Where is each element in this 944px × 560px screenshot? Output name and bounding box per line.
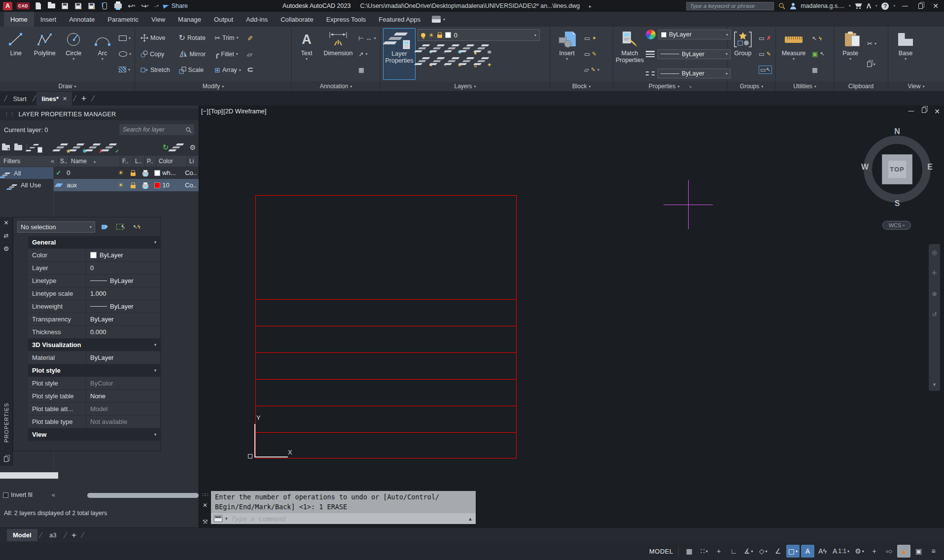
move-tool[interactable]: Move	[140, 33, 171, 43]
block-panel-label[interactable]: Block▾	[550, 81, 613, 91]
restore-window-button[interactable]	[915, 1, 926, 11]
layer-row-0[interactable]: ✓0☀wh...Co..	[54, 167, 199, 179]
compass-north[interactable]: N	[860, 127, 934, 136]
quick-select-icon[interactable]: ↖ϟ	[131, 222, 142, 232]
command-input-row[interactable]: ▾ ▲	[211, 513, 476, 524]
new-file-button[interactable]	[34, 1, 43, 10]
annotation-monitor[interactable]: +	[868, 545, 881, 558]
polyline-tool[interactable]: Polyline	[32, 28, 59, 80]
property-linetype-scale[interactable]: Linetype scale1.000	[28, 287, 160, 300]
navigation-bar[interactable]: ◎ ✛ ⊕ ↺ ▾	[929, 244, 940, 391]
layer-search-box[interactable]	[119, 124, 194, 135]
object-snap[interactable]: ▢▾	[786, 545, 800, 558]
edit-attributes-tool[interactable]: ▱✎▾	[583, 64, 600, 75]
explode-tool[interactable]: ▱	[246, 49, 253, 60]
layer-unlock-icon[interactable]: ▯	[463, 57, 475, 66]
plot-button[interactable]	[114, 1, 123, 10]
filters-scrollbar[interactable]	[0, 472, 58, 479]
property-material[interactable]: MaterialByLayer	[28, 351, 160, 364]
zoom-icon[interactable]: ⊕	[932, 290, 937, 297]
undo-button[interactable]: ↩▾	[127, 1, 136, 10]
grid-display[interactable]: ▦	[683, 545, 696, 558]
column-header-l[interactable]: L..	[133, 156, 145, 167]
layer-on-icon[interactable]: ●	[419, 57, 431, 66]
graphics-performance[interactable]: ▲	[897, 545, 910, 558]
layout-tab-model[interactable]: Model	[7, 529, 37, 541]
ribbon-tab-home[interactable]: Home	[4, 12, 34, 27]
ellipse-tool[interactable]: ▾	[118, 49, 132, 60]
command-close-icon[interactable]: ✕	[203, 502, 208, 509]
new-group-filter-icon[interactable]	[14, 145, 22, 150]
nav-more-icon[interactable]: ▾	[933, 381, 936, 388]
dynamic-input[interactable]: +	[712, 545, 726, 558]
invert-filter-control[interactable]: Invert fil «	[0, 490, 58, 500]
palette-book-icon[interactable]	[4, 456, 8, 462]
viewcube-top-face[interactable]: TOP	[882, 154, 912, 184]
filter-all[interactable]: All	[0, 167, 53, 179]
create-block-tool[interactable]: ▭✦	[583, 33, 597, 44]
lpm-settings-icon[interactable]: ⚙	[189, 143, 196, 151]
layer-search-icon[interactable]	[185, 127, 192, 133]
clean-screen[interactable]: ▣	[912, 545, 925, 558]
ungroup-tool[interactable]: ▭✗	[758, 33, 772, 44]
expand-invert-icon[interactable]: «	[52, 491, 55, 498]
rectangle-tool[interactable]: ▾	[118, 33, 132, 44]
property-plot-style-table[interactable]: Plot style tableNone	[28, 390, 160, 403]
column-header-color[interactable]: Color	[157, 156, 187, 167]
stretch-tool[interactable]: Stretch	[140, 65, 171, 75]
collapse-filters-icon[interactable]: «	[51, 158, 54, 165]
command-input[interactable]	[231, 515, 465, 523]
save-button[interactable]	[61, 1, 70, 10]
lineweight-dropdown[interactable]: ByLayer ▾	[658, 49, 731, 59]
property-lineweight[interactable]: LineweightByLayer	[28, 300, 160, 313]
utilities-panel-label[interactable]: Utilities▾	[776, 81, 834, 91]
column-header-name[interactable]: Name ▴	[69, 156, 120, 167]
group-selection-toggle[interactable]: ▭↖	[758, 64, 773, 75]
properties-panel-label[interactable]: Properties▾↘	[613, 81, 727, 91]
trim-tool[interactable]: ✂Trim▾	[213, 33, 242, 43]
drawn-line[interactable]	[255, 352, 517, 353]
ribbon-tab-output[interactable]: Output	[208, 12, 240, 27]
layer-properties-button[interactable]: Layer Properties	[383, 28, 416, 80]
mirror-tool[interactable]: Mirror	[178, 49, 207, 60]
wcs-dropdown[interactable]: WCS▿	[882, 221, 911, 230]
circle-tool[interactable]: Circle ▾	[60, 28, 87, 80]
autodesk-menu-caret-icon[interactable]: ▾	[875, 4, 877, 8]
object-snap-tracking[interactable]: ∠	[771, 545, 785, 558]
insert-block-button[interactable]: Insert ▾	[553, 28, 581, 80]
ribbon-tab-add-ins[interactable]: Add-ins	[240, 12, 274, 27]
layer-list-scrollbar[interactable]	[87, 493, 199, 498]
toggle-pickadd-icon[interactable]: +	[99, 222, 111, 232]
snap-mode[interactable]: ∷▾	[698, 545, 711, 558]
layer-walk-icon[interactable]: ≋	[478, 44, 490, 53]
drawn-line[interactable]	[255, 432, 517, 433]
annotation-autoscale[interactable]: Aϟ	[816, 545, 829, 558]
ribbon-tab-annotate[interactable]: Annotate	[63, 12, 101, 27]
property-plot-table-type[interactable]: Plot table typeNot available	[28, 416, 160, 428]
ribbon-tab-view[interactable]: View	[145, 12, 172, 27]
ribbon-tab-parametric[interactable]: Parametric	[101, 12, 145, 27]
help-search-box[interactable]	[686, 2, 774, 10]
palette-autohide-icon[interactable]: ⇄	[3, 232, 8, 239]
column-header-s[interactable]: S..	[58, 156, 69, 167]
save-to-mobile-button[interactable]	[101, 1, 109, 10]
signed-in-user[interactable]: madalena.g.s....	[801, 2, 844, 9]
command-expand-icon[interactable]: ▲	[468, 516, 473, 522]
command-prompt-icon[interactable]	[214, 515, 222, 522]
palette-close-icon[interactable]: ✕	[3, 219, 8, 226]
autocad-logo[interactable]: A	[3, 2, 12, 10]
drawn-line[interactable]	[255, 379, 517, 380]
array-tool[interactable]: ⊞Array▾	[213, 65, 242, 75]
doc-minimize-button[interactable]: —	[908, 107, 914, 115]
file-tab-lines[interactable]: lines*✕	[36, 92, 72, 105]
section-general[interactable]: General▾	[28, 236, 160, 249]
property-thickness[interactable]: Thickness0.000	[28, 326, 160, 339]
property-linetype[interactable]: LinetypeByLayer	[28, 275, 160, 287]
minimize-window-button[interactable]: —	[900, 1, 910, 11]
help-search-input[interactable]	[689, 2, 771, 9]
layer-freeze-icon[interactable]: ❄	[449, 44, 460, 53]
select-objects-tool[interactable]: ▣↖	[811, 49, 826, 60]
close-tab-icon[interactable]: ✕	[63, 96, 67, 102]
line-tool[interactable]: Line	[2, 28, 30, 80]
offset-tool[interactable]: ⊂	[246, 64, 254, 75]
